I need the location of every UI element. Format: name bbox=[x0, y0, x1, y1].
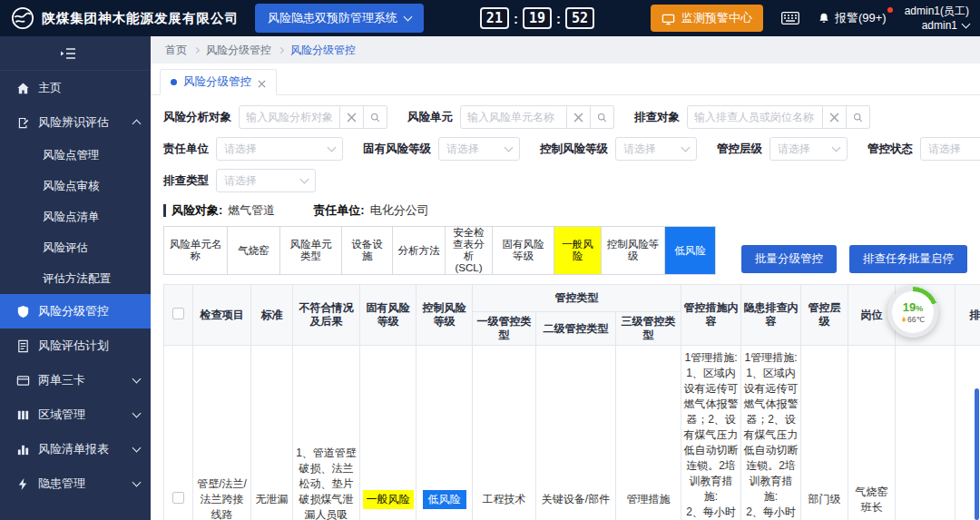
summary-value: 安全检查表分析(SCL) bbox=[446, 227, 493, 274]
performance-gauge[interactable]: 19% 66℃ bbox=[887, 287, 938, 338]
columns-icon bbox=[16, 408, 30, 422]
column-header-level: 管控层级 bbox=[801, 285, 848, 346]
user-menu[interactable]: admin1(员工) admin1 bbox=[905, 4, 969, 33]
gauge-percent-unit: % bbox=[916, 304, 923, 313]
inspection-target-input[interactable] bbox=[687, 105, 823, 129]
alarm-badge-dot bbox=[887, 7, 893, 13]
row-checkbox[interactable] bbox=[172, 492, 184, 504]
table-row[interactable]: 管壁/法兰/法兰跨接线路 无泄漏 1、管道管壁破损、法兰松动、垫片破损煤气泄漏人… bbox=[164, 346, 980, 520]
control-status-select[interactable]: 请选择 bbox=[920, 137, 980, 161]
summary-label: 固有风险等级 bbox=[493, 227, 554, 274]
alarm-button[interactable]: 报警(99+) bbox=[818, 10, 887, 26]
shield-icon bbox=[16, 305, 30, 319]
cell-post: 气烧窑班长 bbox=[848, 346, 896, 520]
user-name: admin1(员工) bbox=[905, 4, 969, 18]
chevron-down-icon bbox=[132, 444, 142, 453]
sidebar-subitem-risk-point-review[interactable]: 风险点审核 bbox=[0, 171, 151, 201]
clear-icon[interactable] bbox=[823, 105, 847, 129]
batch-task-toggle-button[interactable]: 排查任务批量启停 bbox=[849, 245, 967, 273]
select-placeholder: 请选择 bbox=[928, 142, 961, 157]
control-risk-badge: 低风险 bbox=[423, 490, 466, 509]
sidebar-subitem-risk-point-management[interactable]: 风险点管理 bbox=[0, 140, 151, 171]
column-header-inherent-risk: 固有风险等级 bbox=[360, 285, 416, 346]
column-header-measures: 管控措施内容 bbox=[681, 285, 741, 346]
risk-object-value: 燃气管道 bbox=[228, 202, 275, 219]
sidebar-item-two-lists-three-cards[interactable]: 两单三卡 bbox=[0, 363, 151, 397]
active-tab-dot-icon bbox=[171, 79, 177, 85]
card-icon bbox=[16, 374, 30, 388]
collapse-sidebar-icon[interactable] bbox=[60, 47, 76, 60]
select-all-checkbox[interactable] bbox=[172, 308, 184, 319]
breadcrumb-item[interactable]: 风险分级管控 bbox=[206, 43, 271, 58]
select-all-header bbox=[164, 285, 193, 346]
vertical-scrollbar[interactable] bbox=[975, 388, 979, 520]
main-panel: 风险分级管控 风险分析对象 风险单元 bbox=[151, 64, 980, 520]
filter-label: 管控层级 bbox=[717, 142, 762, 157]
tab-risk-grade-control[interactable]: 风险分级管控 bbox=[160, 69, 277, 95]
sidebar-subitem-label: 风险点清单 bbox=[43, 210, 100, 225]
chevron-up-icon bbox=[132, 120, 142, 129]
monitor-button-label: 监测预警中心 bbox=[681, 10, 752, 26]
clock-separator: : bbox=[556, 11, 561, 26]
sidebar-item-risk-grade-control[interactable]: 风险分级管控 bbox=[0, 294, 151, 329]
sidebar-subitem-assessment-method-config[interactable]: 评估方法配置 bbox=[0, 263, 151, 294]
alarm-label: 报警(99+) bbox=[835, 10, 887, 26]
summary-label: 风险单元名称 bbox=[164, 227, 228, 274]
control-level-select[interactable]: 请选择 bbox=[769, 137, 848, 161]
bar-chart-icon bbox=[16, 443, 30, 456]
sidebar-item-risk-assessment-plan[interactable]: 风险评估计划 bbox=[0, 329, 151, 363]
responsible-unit-select[interactable]: 请选择 bbox=[216, 137, 343, 161]
sidebar-item-risk-list-report[interactable]: 风险清单报表 bbox=[0, 432, 151, 466]
filter-label: 责任单位 bbox=[163, 142, 209, 157]
sidebar-item-home[interactable]: 主页 bbox=[0, 71, 151, 105]
clear-icon[interactable] bbox=[340, 105, 364, 129]
home-icon bbox=[16, 82, 30, 95]
column-header-control-risk: 控制风险等级 bbox=[416, 285, 473, 346]
tab-label: 风险分级管控 bbox=[183, 74, 251, 90]
document-icon bbox=[16, 339, 30, 353]
cell-inherent-risk: 一般风险 bbox=[360, 346, 416, 520]
summary-label: 控制风险等级 bbox=[602, 227, 665, 274]
column-header-type-l3: 三级管控类型 bbox=[616, 312, 681, 346]
column-header-check-item: 检查项目 bbox=[193, 285, 251, 346]
risk-grid-table: 检查项目 标准 不符合情况及后果 固有风险等级 控制风险等级 管控类型 管控措施… bbox=[163, 284, 980, 520]
select-placeholder: 请选择 bbox=[623, 142, 656, 157]
filter-label: 排查对象 bbox=[634, 110, 680, 125]
topbar-actions: 监测预警中心 报警(99+) admin1(员工) admin1 bbox=[651, 4, 969, 33]
batch-grade-control-button[interactable]: 批量分级管控 bbox=[741, 245, 837, 273]
search-icon[interactable] bbox=[847, 105, 870, 129]
chevron-down-icon bbox=[132, 375, 142, 384]
chevron-down-icon bbox=[404, 13, 413, 22]
summary-value: 设备设施 bbox=[342, 227, 393, 274]
cell-standard: 无泄漏 bbox=[251, 346, 293, 520]
cell-select bbox=[164, 346, 193, 520]
select-placeholder: 请选择 bbox=[446, 142, 479, 157]
column-header-nonconformity: 不符合情况及后果 bbox=[293, 285, 360, 346]
sidebar-item-risk-identification[interactable]: 风险辨识评估 bbox=[0, 105, 151, 140]
search-icon[interactable] bbox=[591, 105, 614, 129]
sidebar-subitem-risk-assessment[interactable]: 风险评估 bbox=[0, 232, 151, 263]
sidebar-subitem-risk-point-list[interactable]: 风险点清单 bbox=[0, 201, 151, 232]
search-icon[interactable] bbox=[364, 105, 387, 129]
close-tab-icon[interactable] bbox=[258, 78, 266, 86]
keyboard-icon[interactable] bbox=[781, 12, 799, 25]
lightning-icon bbox=[16, 477, 30, 491]
control-risk-level-select[interactable]: 请选择 bbox=[615, 137, 697, 161]
breadcrumb-item-home[interactable]: 首页 bbox=[165, 43, 187, 58]
clear-icon[interactable] bbox=[567, 105, 591, 129]
column-header-control-type-group: 管控类型 bbox=[473, 285, 681, 312]
inherent-risk-level-select[interactable]: 请选择 bbox=[438, 137, 520, 161]
risk-analysis-object-input[interactable] bbox=[239, 105, 340, 129]
sidebar-subitem-label: 风险评估 bbox=[43, 240, 88, 256]
risk-unit-input[interactable] bbox=[460, 105, 567, 129]
clipboard-edit-icon bbox=[16, 116, 30, 130]
sidebar-item-hazard-management[interactable]: 隐患管理 bbox=[0, 466, 151, 501]
sidebar-item-region-management[interactable]: 区域管理 bbox=[0, 397, 151, 432]
filter-label: 固有风险等级 bbox=[363, 142, 431, 157]
inspection-type-select[interactable]: 请选择 bbox=[216, 169, 316, 192]
sidebar-item-label: 风险清单报表 bbox=[38, 441, 125, 457]
monitor-warning-center-button[interactable]: 监测预警中心 bbox=[651, 5, 763, 32]
clock-separator: : bbox=[514, 11, 518, 26]
chevron-down-icon bbox=[132, 409, 142, 418]
system-switcher-button[interactable]: 风险隐患双预防管理系统 bbox=[255, 4, 424, 33]
